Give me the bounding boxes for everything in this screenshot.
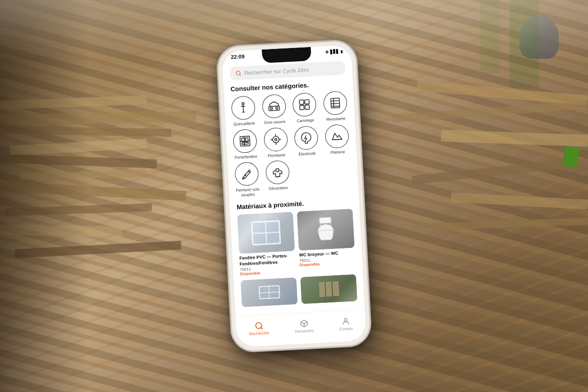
signal-icon: ▋▋▋	[330, 49, 339, 54]
partial-card-1[interactable]	[241, 277, 298, 307]
svg-rect-9	[305, 99, 309, 104]
svg-line-13	[331, 101, 339, 101]
svg-line-15	[331, 106, 340, 106]
svg-rect-42	[326, 282, 332, 296]
svg-point-2	[242, 102, 245, 105]
search-nav-icon	[254, 321, 264, 331]
svg-point-29	[276, 169, 279, 172]
svg-line-14	[331, 103, 339, 104]
category-carrelage[interactable]: Carrelage	[290, 92, 319, 123]
search-icon	[235, 70, 242, 76]
category-label-decoration: Décoration	[269, 186, 288, 192]
category-porte-fenetre[interactable]: Porte/fenêtre	[231, 128, 260, 160]
category-label-quincaillerie: Quincaillerie	[233, 121, 255, 127]
svg-line-22	[245, 136, 245, 146]
categories-grid: Quincaillerie Gros oeuvre	[224, 90, 358, 198]
material-image-window	[237, 212, 295, 254]
svg-line-16	[333, 98, 334, 108]
svg-rect-10	[300, 105, 304, 110]
category-peinture[interactable]: Peinture/ sols souples	[232, 162, 262, 198]
category-menuiserie[interactable]: Menuiserie	[320, 91, 350, 122]
category-label-peinture: Peinture/ sols souples	[234, 187, 262, 198]
nav-demandes[interactable]: Demandes	[294, 318, 314, 334]
material-card-window[interactable]: Fenêtre PVC — Portes-Fenêtres/Fenêtres 7…	[237, 212, 296, 276]
svg-line-45	[261, 327, 262, 329]
phone-body: 22:09 ⊕ ▋▋▋ ▮ Rechercher sur Cycle Zéro	[218, 41, 370, 351]
svg-line-3	[243, 105, 244, 112]
category-label-plomberie: Plomberie	[268, 152, 285, 158]
svg-point-6	[270, 107, 273, 110]
category-platrerie[interactable]: Platrerie	[322, 123, 352, 155]
category-label-platrerie: Platrerie	[330, 149, 345, 155]
phone: 22:09 ⊕ ▋▋▋ ▮ Rechercher sur Cycle Zéro	[218, 41, 370, 351]
category-decoration[interactable]: Décoration	[263, 160, 293, 196]
svg-point-7	[275, 107, 278, 110]
nav-rechercher[interactable]: Rechercher	[248, 321, 270, 336]
svg-rect-41	[319, 282, 325, 296]
partial-card-2[interactable]	[300, 274, 358, 304]
material-image-toilet	[297, 209, 355, 251]
category-electricite[interactable]: Électricité	[292, 125, 321, 157]
svg-point-24	[274, 138, 277, 141]
svg-line-21	[240, 141, 249, 141]
status-icons: ⊕ ▋▋▋ ▮	[325, 49, 342, 54]
status-time: 22:09	[231, 53, 245, 60]
nav-label-demandes: Demandes	[295, 328, 314, 334]
svg-rect-20	[242, 143, 248, 145]
material-card-toilet[interactable]: WC broyeur — WC 75011 Disponible	[297, 209, 356, 273]
category-label-porte-fenetre: Porte/fenêtre	[235, 154, 258, 160]
category-label-gros-oeuvre: Gros oeuvre	[264, 120, 286, 125]
svg-line-1	[240, 74, 241, 75]
partial-materials-row	[234, 274, 365, 308]
person-nav-icon	[341, 317, 350, 326]
phone-screen: 22:09 ⊕ ▋▋▋ ▮ Rechercher sur Cycle Zéro	[221, 45, 366, 347]
svg-rect-43	[333, 281, 339, 296]
screen-content[interactable]: Rechercher sur Cycle Zéro Consulter nos …	[222, 54, 365, 318]
svg-rect-8	[299, 100, 304, 104]
category-quincaillerie[interactable]: Quincaillerie	[229, 96, 258, 127]
svg-point-47	[344, 318, 347, 321]
nav-label-compte: Compte	[339, 326, 353, 331]
svg-rect-11	[305, 105, 310, 109]
category-label-electricite: Électricité	[298, 151, 316, 156]
notch	[262, 47, 311, 63]
nav-label-rechercher: Rechercher	[249, 331, 270, 336]
category-plomberie[interactable]: Plomberie	[261, 127, 291, 158]
materials-grid: Fenêtre PVC — Portes-Fenêtres/Fenêtres 7…	[230, 208, 363, 276]
svg-point-23	[272, 136, 279, 143]
battery-icon: ▮	[340, 49, 342, 53]
box-nav-icon	[299, 319, 309, 328]
category-label-menuiserie: Menuiserie	[326, 116, 346, 122]
search-bar[interactable]: Rechercher sur Cycle Zéro	[229, 61, 345, 80]
category-gros-oeuvre[interactable]: Gros oeuvre	[260, 94, 289, 125]
search-placeholder: Rechercher sur Cycle Zéro	[244, 67, 309, 76]
nav-compte[interactable]: Compte	[339, 317, 353, 331]
svg-point-28	[245, 174, 246, 175]
bottom-nav: Rechercher Demandes Compte	[236, 309, 367, 347]
bluetooth-icon: ⊕	[325, 49, 328, 54]
category-label-carrelage: Carrelage	[296, 118, 314, 123]
svg-rect-34	[319, 217, 331, 223]
